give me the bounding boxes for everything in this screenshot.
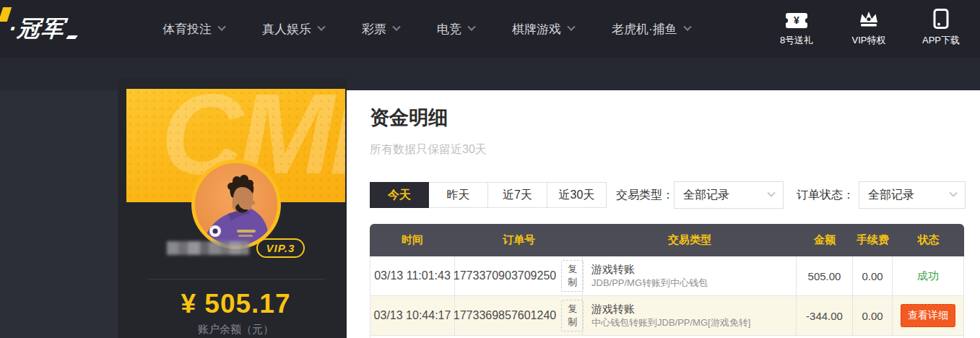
date-range-tabs: 今天昨天近7天近30天: [370, 182, 607, 208]
quick-link-phone[interactable]: APP下载: [914, 11, 968, 47]
cell-amount: -344.00: [797, 296, 853, 335]
cell-fee: 0.00: [853, 256, 893, 295]
cell-time: 03/13 11:01:43: [370, 256, 455, 295]
cell-status: 查看详细: [893, 296, 964, 335]
order-status-label: 订单状态：: [797, 181, 854, 209]
chevron-down-icon: [392, 23, 400, 31]
order-number: 1773370903709250: [454, 269, 556, 282]
cell-fee: 0.00: [853, 296, 893, 335]
nav-item-1[interactable]: 真人娱乐: [262, 21, 324, 38]
copy-button[interactable]: 复制: [561, 260, 584, 292]
transaction-type-select[interactable]: 全部记录: [674, 181, 784, 209]
nav-item-0[interactable]: 体育投注: [162, 21, 225, 38]
nav-item-label: 彩票: [362, 21, 386, 38]
status-success-text: 成功: [917, 269, 939, 283]
view-detail-button[interactable]: 查看详细: [901, 304, 955, 327]
chevron-down-icon: [467, 23, 475, 31]
top-navigation-bar: ·冠军 体育投注真人娱乐彩票电竞棋牌游戏老虎机·捕鱼 ¥8号送礼VIP特权APP…: [0, 0, 980, 58]
cell-amount: 505.00: [797, 256, 853, 295]
quick-link-gift-ticket[interactable]: ¥8号送礼: [769, 11, 824, 47]
crown-icon: [859, 10, 879, 30]
nav-item-3[interactable]: 电竞: [437, 21, 474, 38]
logo-text: ·冠军: [7, 14, 67, 44]
phone-icon: [933, 9, 950, 32]
tab-今天[interactable]: 今天: [370, 182, 429, 208]
transaction-type-main: 游戏转账: [591, 262, 635, 277]
quick-link-label: VIP特权: [852, 34, 886, 47]
table-header-row: 时间订单号交易类型金额手续费状态: [370, 224, 964, 256]
column-header: 订单号: [455, 224, 583, 256]
order-number: 1773369857601240: [454, 309, 556, 322]
tab-近7天[interactable]: 近7天: [488, 182, 547, 208]
table-row: 03/13 11:01:431773370903709250复制游戏转账JDB/…: [370, 256, 964, 296]
column-header: 时间: [370, 224, 455, 256]
chevron-down-icon: [767, 189, 775, 197]
avatar-image: [195, 163, 277, 246]
funds-table: 时间订单号交易类型金额手续费状态 03/13 11:01:43177337090…: [370, 224, 964, 338]
cell-time: 03/13 10:44:17: [370, 296, 455, 335]
order-status-value: 全部记录: [868, 188, 914, 203]
phone-icon: [933, 11, 950, 30]
quick-links: ¥8号送礼VIP特权APP下载: [769, 0, 968, 58]
transaction-type-label: 交易类型：: [616, 181, 674, 209]
nav-item-label: 体育投注: [162, 21, 212, 38]
site-logo[interactable]: ·冠军: [6, 0, 77, 58]
main-content: 资金明细 所有数据只保留近30天 今天昨天近7天近30天 交易类型： 全部记录 …: [347, 90, 980, 338]
cell-order-no: 1773369857601240复制: [455, 296, 583, 335]
tab-近30天[interactable]: 近30天: [547, 182, 607, 208]
avatar[interactable]: [191, 160, 281, 249]
gift-ticket-icon: ¥: [786, 11, 807, 30]
nav-item-label: 老虎机·捕鱼: [612, 21, 677, 38]
chevron-down-icon: [317, 23, 325, 31]
vip-level-badge: VIP.3: [256, 238, 305, 258]
nav-item-2[interactable]: 彩票: [362, 21, 399, 38]
transaction-type-value: 全部记录: [683, 188, 729, 203]
cell-type: 游戏转账中心钱包转账到JDB/PP/MG[游戏免转]: [583, 296, 797, 335]
transaction-type-main: 游戏转账: [591, 302, 635, 316]
page-title: 资金明细: [370, 105, 448, 131]
column-header: 手续费: [853, 224, 893, 256]
cell-order-no: 1773370903709250复制: [455, 256, 583, 295]
filter-row: 今天昨天近7天近30天 交易类型： 全部记录 订单状态： 全部记录: [347, 181, 980, 210]
user-row: VIP.3: [126, 238, 345, 258]
cell-type: 游戏转账JDB/PP/MG转账到中心钱包: [583, 256, 797, 295]
nav-item-5[interactable]: 老虎机·捕鱼: [612, 21, 690, 38]
chevron-down-icon: [683, 23, 691, 31]
quick-link-label: APP下载: [922, 34, 960, 47]
tab-昨天[interactable]: 昨天: [429, 182, 488, 208]
chevron-down-icon: [949, 189, 957, 197]
cell-status: 成功: [893, 256, 964, 295]
card-divider: [148, 279, 325, 280]
order-status-select[interactable]: 全部记录: [859, 181, 966, 209]
chevron-down-icon: [217, 23, 225, 31]
column-header: 金额: [797, 224, 853, 256]
nav-item-4[interactable]: 棋牌游戏: [512, 21, 574, 38]
column-header: 状态: [893, 224, 964, 256]
quick-link-label: 8号送礼: [780, 34, 813, 47]
nav-item-label: 真人娱乐: [262, 21, 311, 38]
quick-link-crown[interactable]: VIP特权: [841, 11, 896, 47]
chevron-down-icon: [567, 23, 575, 31]
logo-dash-icon: [66, 35, 79, 39]
nav-item-label: 电竞: [437, 21, 461, 38]
page-subtitle: 所有数据只保留近30天: [370, 142, 487, 157]
account-balance-value: ¥ 505.17: [126, 289, 345, 319]
column-header: 交易类型: [583, 224, 797, 256]
crown-icon: [859, 11, 879, 30]
table-row: 03/13 10:44:171773369857601240复制游戏转账中心钱包…: [370, 296, 964, 336]
blurred-username: [167, 241, 249, 255]
transaction-type-sub: JDB/PP/MG转账到中心钱包: [591, 277, 708, 290]
main-menu: 体育投注真人娱乐彩票电竞棋牌游戏老虎机·捕鱼: [162, 0, 690, 58]
nav-item-label: 棋牌游戏: [512, 21, 561, 38]
gift-ticket-icon: ¥: [786, 13, 807, 28]
account-balance-label: 账户余额（元）: [126, 323, 345, 337]
transaction-type-sub: 中心钱包转账到JDB/PP/MG[游戏免转]: [591, 316, 750, 329]
copy-button[interactable]: 复制: [561, 300, 584, 332]
